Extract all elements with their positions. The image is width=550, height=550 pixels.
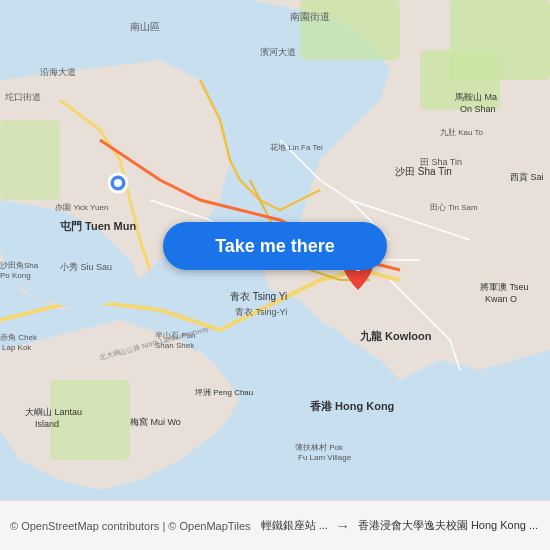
svg-text:坪洲 Peng Chau: 坪洲 Peng Chau [194, 388, 253, 397]
map-container: 南山區 南園街道 濱河大道 沿海大道 坨口街道 亦園 Yick Yuen 屯門 … [0, 0, 550, 500]
svg-text:Lap Kok: Lap Kok [2, 343, 32, 352]
destination-label: 香港浸會大學逸夫校園 Hong Kong ... [358, 518, 538, 533]
svg-point-43 [114, 179, 122, 187]
svg-rect-1 [300, 0, 400, 60]
svg-rect-5 [50, 380, 130, 460]
svg-text:田 Sha Tin: 田 Sha Tin [420, 157, 462, 167]
svg-text:Island: Island [35, 419, 59, 429]
svg-text:香港 Hong Kong: 香港 Hong Kong [310, 400, 394, 412]
svg-text:九肚 Kau To: 九肚 Kau To [440, 128, 484, 137]
svg-text:赤角 Chek: 赤角 Chek [0, 333, 38, 342]
svg-text:薄扶林村 Pok: 薄扶林村 Pok [295, 443, 344, 452]
origin-label: 輕鐵銀座站 ... [261, 518, 328, 533]
svg-text:沙田角Sha: 沙田角Sha [0, 261, 39, 270]
svg-text:將軍澳 Tseu: 將軍澳 Tseu [480, 282, 529, 292]
svg-text:青衣 Tsing Yi: 青衣 Tsing Yi [230, 291, 287, 302]
svg-text:大嶼山 Lantau: 大嶼山 Lantau [25, 407, 82, 417]
svg-text:屯門 Tuen Mun: 屯門 Tuen Mun [60, 220, 136, 232]
svg-text:田心 Tin Sam: 田心 Tin Sam [430, 203, 478, 212]
svg-text:小秀 Siu Sau: 小秀 Siu Sau [60, 262, 112, 272]
svg-text:花地 Lin Fa Tei: 花地 Lin Fa Tei [270, 143, 323, 152]
svg-text:坨口街道: 坨口街道 [4, 92, 41, 102]
svg-text:沿海大道: 沿海大道 [40, 67, 76, 77]
svg-rect-3 [450, 0, 550, 80]
svg-text:亦園 Yick Yuen: 亦園 Yick Yuen [55, 203, 108, 212]
svg-text:青衣 Tsing-Yi: 青衣 Tsing-Yi [235, 307, 287, 317]
svg-text:九龍 Kowloon: 九龍 Kowloon [359, 330, 432, 342]
svg-text:馬鞍山 Ma: 馬鞍山 Ma [454, 92, 497, 102]
svg-text:南山區: 南山區 [130, 21, 160, 32]
svg-text:南園街道: 南園街道 [290, 11, 330, 22]
svg-text:梅窩 Mui Wo: 梅窩 Mui Wo [129, 417, 181, 427]
svg-text:Kwan O: Kwan O [485, 294, 517, 304]
svg-rect-4 [0, 120, 60, 200]
svg-text:Po Kong: Po Kong [0, 271, 31, 280]
arrow-icon: → [336, 518, 350, 534]
copyright-text: © OpenStreetMap contributors | © OpenMap… [10, 520, 251, 532]
svg-text:Fu Lam Village: Fu Lam Village [298, 453, 352, 462]
take-me-there-button[interactable]: Take me there [163, 222, 387, 270]
footer-bar: © OpenStreetMap contributors | © OpenMap… [0, 500, 550, 550]
svg-text:沙田 Sha Tin: 沙田 Sha Tin [395, 166, 452, 177]
svg-text:On Shan: On Shan [460, 104, 496, 114]
svg-text:濱河大道: 濱河大道 [260, 47, 296, 57]
svg-text:西貢 Sai: 西貢 Sai [510, 172, 544, 182]
